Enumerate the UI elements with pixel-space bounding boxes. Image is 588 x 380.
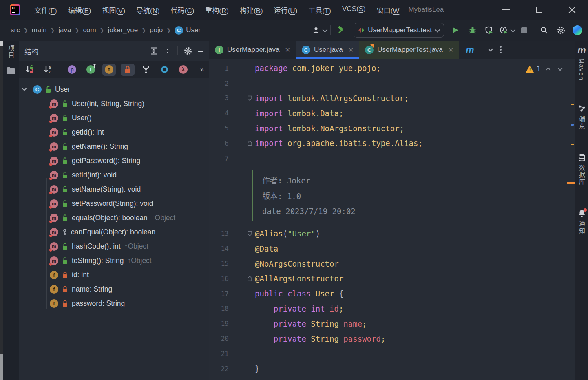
tree-row-setId[interactable]: msetId(int): void <box>19 168 209 182</box>
error-stripe-mark[interactable] <box>571 124 574 126</box>
inspections-widget[interactable]: 1 <box>526 65 561 73</box>
code-line-23[interactable]: 23 <box>209 376 575 380</box>
menu-n[interactable]: 导航(N) <box>136 5 160 15</box>
user-account-button[interactable] <box>312 24 326 36</box>
tree-row-setName[interactable]: msetName(String): void <box>19 182 209 197</box>
menu-e[interactable]: 编辑(E) <box>68 5 91 15</box>
gear-icon[interactable] <box>183 46 192 55</box>
tree-row-User[interactable]: mUser() <box>19 111 209 125</box>
tree-row-toString[interactable]: mtoString(): String↑Object <box>19 254 209 268</box>
code-line-4[interactable]: 4import lombok.Data; <box>209 106 575 121</box>
code-line-2[interactable]: 2 <box>209 76 575 91</box>
error-stripe-mark[interactable] <box>571 144 574 145</box>
code-line-15[interactable]: 15@NoArgsConstructor <box>209 256 575 271</box>
chevron-down-icon[interactable] <box>488 48 493 52</box>
menu-u[interactable]: 运行(U) <box>274 5 298 15</box>
stop-button[interactable] <box>518 24 530 36</box>
close-button[interactable] <box>568 6 576 13</box>
folder-icon[interactable] <box>7 67 15 75</box>
menu-b[interactable]: 构建(B) <box>240 5 263 15</box>
sort-by-visibility-icon[interactable] <box>23 64 36 76</box>
tree-row-idint[interactable]: fid: int <box>19 268 209 282</box>
tool-window-button-端点[interactable]: 端点 <box>577 104 586 130</box>
breadcrumb-item-class[interactable]: CUser <box>175 26 201 35</box>
code-line-5[interactable]: 5import lombok.NoArgsConstructor; <box>209 121 575 136</box>
menu-f[interactable]: 文件(F) <box>34 5 57 15</box>
maximize-button[interactable] <box>535 6 543 13</box>
code-line-3[interactable]: 3import lombok.AllArgsConstructor; <box>209 91 575 106</box>
error-stripe-current-mark[interactable] <box>567 182 575 184</box>
tree-row-getPassword[interactable]: mgetPassword(): String <box>19 154 209 168</box>
code-line-13[interactable]: 13@Alias("User") <box>209 226 575 241</box>
code-area[interactable]: 1package com.joker_yue.pojo;23import lom… <box>209 59 575 380</box>
menu-r[interactable]: 重构(R) <box>205 5 229 15</box>
coverage-button[interactable] <box>483 24 495 36</box>
breadcrumb-item-com[interactable]: com <box>83 26 96 34</box>
fold-marker-icon[interactable] <box>247 95 252 101</box>
tree-row-passwordString[interactable]: fpassword: String <box>19 296 209 311</box>
show-fields-icon[interactable]: f <box>102 64 116 76</box>
debug-button[interactable] <box>467 24 478 36</box>
code-line-18[interactable]: 18 private int id; <box>209 301 575 316</box>
tool-window-button-数据库[interactable]: 数据库 <box>577 153 586 186</box>
hide-panel-icon[interactable]: – <box>198 49 203 53</box>
breadcrumb-item-java[interactable]: java <box>58 26 71 34</box>
tool-window-button-通知[interactable]: 通知 <box>577 209 586 234</box>
show-lambdas-icon[interactable]: λ <box>177 64 190 76</box>
breadcrumb-item-main[interactable]: main <box>32 26 47 34</box>
tree-row-hashCode[interactable]: mhashCode(): int↑Object <box>19 239 209 254</box>
code-line-7[interactable]: 7 <box>209 151 575 166</box>
profiler-button[interactable] <box>500 24 514 36</box>
menu-v[interactable]: 视图(V) <box>102 5 125 15</box>
menu-t[interactable]: 工具(T) <box>308 5 331 15</box>
group-methods-icon[interactable] <box>139 64 153 76</box>
close-tab-icon[interactable]: ✕ <box>448 46 453 54</box>
tab-UserMapper.java[interactable]: IUserMapper.java✕ <box>209 41 296 59</box>
run-button[interactable] <box>450 24 461 36</box>
code-line-16[interactable]: 16@AllArgsConstructor <box>209 271 575 286</box>
tree-row-User[interactable]: CUser <box>19 82 209 97</box>
run-configuration-select[interactable]: UserMapperTest.test <box>354 23 444 38</box>
more-options-icon[interactable] <box>500 46 502 53</box>
minimize-button[interactable] <box>502 6 510 13</box>
code-line-1[interactable]: 1package com.joker_yue.pojo; <box>209 61 575 76</box>
chevron-down-icon[interactable] <box>19 88 29 91</box>
breadcrumb-item-joker_yue[interactable]: joker_yue <box>108 26 138 34</box>
previous-problem-icon[interactable] <box>546 67 551 73</box>
menu-vcss[interactable]: VCS(S) <box>342 5 366 15</box>
tree-row-getId[interactable]: mgetId(): int <box>19 125 209 139</box>
show-properties-icon[interactable]: p <box>65 64 79 76</box>
fold-marker-icon[interactable] <box>247 140 252 146</box>
tree-row-setPassword[interactable]: msetPassword(String): void <box>19 197 209 211</box>
tree-row-User[interactable]: mUser(int, String, String) <box>19 97 209 111</box>
breadcrumb-item-src[interactable]: src <box>11 26 20 34</box>
tree-row-canEqual[interactable]: mcanEqual(Object): boolean <box>19 225 209 239</box>
show-non-public-icon[interactable] <box>121 64 134 76</box>
code-line-6[interactable]: 6import org.apache.ibatis.type.Alias; <box>209 136 575 151</box>
menu-c[interactable]: 代码(C) <box>171 5 195 15</box>
menu-w[interactable]: 窗口(W <box>377 5 400 15</box>
close-tab-icon[interactable]: ✕ <box>285 46 290 54</box>
fold-marker-icon[interactable] <box>247 276 252 281</box>
tree-row-nameString[interactable]: fname: String <box>19 282 209 296</box>
fold-marker-icon[interactable] <box>247 231 252 236</box>
expand-all-icon[interactable] <box>150 47 158 55</box>
error-stripe-mark[interactable] <box>571 104 574 105</box>
collapse-all-icon[interactable] <box>164 47 172 55</box>
tool-window-button-maven[interactable]: mMaven <box>577 46 586 81</box>
search-everywhere-button[interactable] <box>538 24 550 36</box>
settings-button[interactable] <box>555 24 567 36</box>
code-line-21[interactable]: 21 <box>209 346 575 361</box>
maven-tab-icon[interactable]: m <box>466 45 474 55</box>
sort-alphabetically-icon[interactable]: az <box>41 64 55 76</box>
tab-UserMapperTest.java[interactable]: CUserMapperTest.java✕ <box>359 41 459 59</box>
tree-row-getName[interactable]: mgetName(): String <box>19 139 209 154</box>
code-line-19[interactable]: 19 private String name; <box>209 316 575 331</box>
show-anonymous-classes-icon[interactable] <box>158 64 171 76</box>
code-line-17[interactable]: 17public class User { <box>209 286 575 301</box>
code-line-20[interactable]: 20 private String password; <box>209 331 575 346</box>
more-options-icon[interactable]: » <box>200 66 205 73</box>
tool-window-button-project[interactable]: 项目 <box>7 45 15 60</box>
build-button[interactable] <box>335 24 346 36</box>
tab-User.java[interactable]: CUser.java✕ <box>296 41 359 59</box>
